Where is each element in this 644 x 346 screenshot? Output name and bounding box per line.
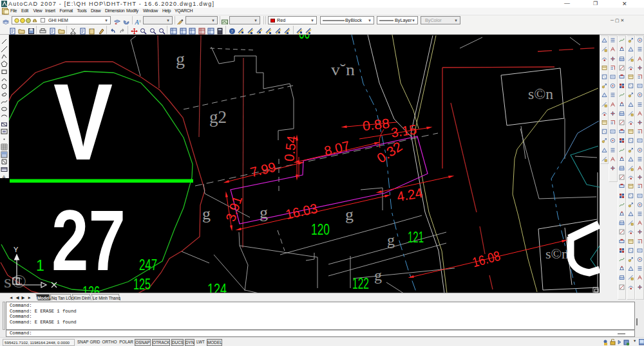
svg-text:122: 122 [352, 275, 369, 292]
svg-text:120: 120 [311, 221, 330, 238]
svg-text:A: A [2, 174, 6, 181]
svg-text:0.54: 0.54 [281, 134, 299, 162]
svg-text:g: g [387, 232, 395, 248]
svg-text:g: g [345, 205, 354, 224]
svg-text:s©n: s©n [528, 86, 554, 102]
svg-text:1: 1 [36, 257, 44, 274]
svg-text:g: g [374, 267, 382, 284]
svg-text:247: 247 [139, 257, 157, 273]
svg-text:66: 66 [299, 35, 310, 42]
svg-text:g: g [176, 49, 185, 69]
svg-text:0.88: 0.88 [362, 116, 390, 133]
svg-text:s©: s© [4, 271, 26, 291]
svg-text:V: V [53, 61, 113, 183]
svg-text:124: 124 [207, 281, 227, 293]
svg-text:g: g [260, 203, 268, 222]
svg-text:Y: Y [14, 246, 19, 253]
svg-text:g2: g2 [209, 107, 227, 127]
svg-text:121: 121 [408, 229, 424, 246]
svg-text:s©n: s©n [545, 246, 569, 262]
svg-text:v˘n: v˘n [331, 60, 355, 79]
svg-text:g: g [202, 205, 211, 223]
svg-text:27: 27 [52, 192, 126, 288]
svg-text:?: ? [231, 29, 232, 34]
svg-text:126: 126 [82, 284, 100, 293]
svg-text:125: 125 [133, 276, 151, 293]
